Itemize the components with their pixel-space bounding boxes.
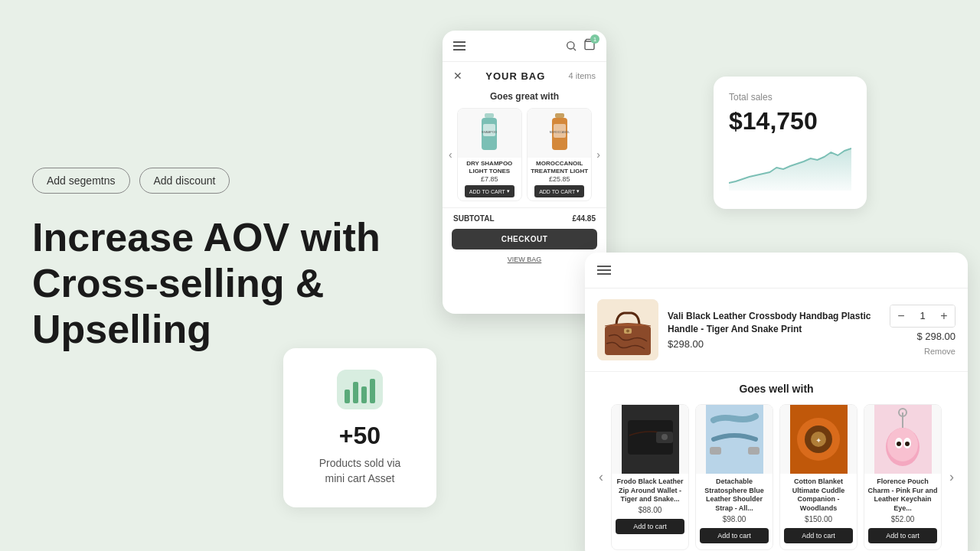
add-to-cart-button-2[interactable]: ADD TO CART ▾ <box>534 185 584 197</box>
svg-text:✦: ✦ <box>815 436 822 445</box>
bag-header: ✕ YOUR BAG 4 items <box>443 62 606 86</box>
cart-product-row: Vali Black Leather Crossbody Handbag Pla… <box>585 289 968 372</box>
bag-title: YOUR BAG <box>485 70 545 82</box>
svg-rect-20 <box>710 447 721 455</box>
cart-product-actions: − 1 + $ 298.00 Remove <box>890 305 956 356</box>
svg-point-29 <box>887 428 918 461</box>
product-price-1: £7.85 <box>458 175 521 185</box>
product-price-2: £25.85 <box>528 175 591 185</box>
wallet-icon <box>622 405 679 474</box>
svg-point-33 <box>905 442 910 446</box>
svg-rect-21 <box>748 447 760 455</box>
quantity-control: − 1 + <box>890 305 956 328</box>
add-discount-button[interactable]: Add discount <box>139 168 230 194</box>
subtotal-row: SUBTOTAL £44.85 <box>443 207 606 226</box>
well-product-cards: Frodo Black Leather Zip Around Wallet - … <box>611 404 942 550</box>
goes-well-section: Goes well with ‹ Frodo Black Le <box>585 372 968 551</box>
well-card-price-2: $98.00 <box>696 515 773 525</box>
well-add-button-3[interactable]: Add to cart <box>784 528 853 543</box>
well-card-4: Florence Pouch Charm - Pink Fur and Leat… <box>864 404 942 550</box>
bar1 <box>345 390 350 403</box>
cart-product-info: Vali Black Leather Crossbody Handbag Pla… <box>668 310 880 350</box>
subtotal-label: SUBTOTAL <box>453 214 495 223</box>
headline: Increase AOV with Cross-selling & Upsell… <box>32 215 430 352</box>
prev-arrow-button[interactable]: ‹ <box>447 148 454 161</box>
mobile-product-card-2: MOROCCANOIL MOROCCANOIL TREATMENT LIGHT … <box>527 108 592 201</box>
cart-product-listed-price: $298.00 <box>668 338 880 350</box>
well-card-1: Frodo Black Leather Zip Around Wallet - … <box>611 404 689 550</box>
search-icon <box>565 40 577 52</box>
products-slider: ‹ SHAMPOO DRY SHAMPOO LIGHT TONES £7.85 … <box>443 108 606 201</box>
product-name-2: MOROCCANOIL TREATMENT LIGHT <box>528 158 591 175</box>
close-icon[interactable]: ✕ <box>453 70 462 82</box>
svg-line-1 <box>573 48 576 51</box>
bar2 <box>353 382 358 403</box>
well-card-image-1 <box>612 405 688 474</box>
well-products-slider: ‹ Frodo Black Leather Zip Around Wallet … <box>597 404 956 550</box>
strap-icon <box>706 405 763 474</box>
checkout-button[interactable]: CHECKOUT <box>452 229 597 249</box>
add-to-cart-button-1[interactable]: ADD TO CART ▾ <box>465 185 514 197</box>
desktop-hamburger-icon <box>597 263 611 277</box>
svg-point-0 <box>567 42 574 49</box>
bottle-teal-icon: SHAMPOO <box>479 113 500 153</box>
svg-rect-7 <box>555 113 564 118</box>
chart-icon <box>337 370 383 409</box>
well-card-image-2 <box>696 405 773 474</box>
stat-number: +50 <box>299 422 421 450</box>
svg-rect-3 <box>485 113 494 118</box>
well-card-2: Detachable Stratosphere Blue Leather Sho… <box>695 404 773 550</box>
well-add-button-2[interactable]: Add to cart <box>700 528 769 543</box>
mobile-product-card-1: SHAMPOO DRY SHAMPOO LIGHT TONES £7.85 AD… <box>457 108 522 201</box>
handbag-illustration <box>597 299 658 360</box>
product-image-2: MOROCCANOIL <box>528 109 591 158</box>
bag-items-count: 4 items <box>569 71 596 80</box>
stat-description: Products sold viamini cart Asset <box>299 456 421 486</box>
well-add-button-4[interactable]: Add to cart <box>868 528 937 543</box>
decrease-quantity-button[interactable]: − <box>890 305 912 327</box>
well-add-button-1[interactable]: Add to cart <box>616 519 684 534</box>
well-card-price-3: $150.00 <box>780 515 857 525</box>
svg-point-14 <box>626 330 629 333</box>
product-name-1: DRY SHAMPOO LIGHT TONES <box>458 158 521 175</box>
well-card-price-1: $88.00 <box>612 506 688 516</box>
add-segments-button[interactable]: Add segemtns <box>32 168 130 194</box>
well-prev-arrow-button[interactable]: ‹ <box>597 469 605 485</box>
well-card-name-2: Detachable Stratosphere Blue Leather Sho… <box>696 474 773 515</box>
well-card-image-4 <box>864 405 941 474</box>
product-image-1: SHAMPOO <box>458 109 521 158</box>
mobile-nav-left <box>453 39 466 53</box>
sales-card: Total sales $14,750 <box>714 77 867 209</box>
total-sales-label: Total sales <box>729 92 851 103</box>
svg-text:SHAMPOO: SHAMPOO <box>482 130 497 134</box>
well-card-price-4: $52.00 <box>864 515 941 525</box>
bar3 <box>361 386 367 403</box>
subtotal-value: £44.85 <box>572 214 596 223</box>
remove-product-link[interactable]: Remove <box>924 347 956 356</box>
svg-point-32 <box>897 442 901 446</box>
hamburger-icon <box>453 39 466 53</box>
mobile-nav-right: 1 <box>565 38 596 54</box>
quantity-value: 1 <box>912 310 933 321</box>
cart-product-image <box>597 299 658 360</box>
cart-icon-wrapper: 1 <box>583 38 596 54</box>
well-card-name-1: Frodo Black Leather Zip Around Wallet - … <box>612 474 688 506</box>
cart-line-total: $ 298.00 <box>910 331 956 342</box>
mobile-cart-mockup: 1 ✕ YOUR BAG 4 items Goes great with ‹ S… <box>443 31 606 314</box>
well-card-image-3: ✦ <box>780 405 857 474</box>
goes-well-title: Goes well with <box>597 383 956 395</box>
blanket-icon: ✦ <box>790 405 848 474</box>
pouch-charm-icon <box>874 405 932 474</box>
bar4 <box>370 379 375 403</box>
increase-quantity-button[interactable]: + <box>933 305 955 327</box>
next-arrow-button[interactable]: › <box>595 148 602 161</box>
mobile-nav-bar: 1 <box>443 31 606 62</box>
sparkline-chart <box>729 145 851 191</box>
well-next-arrow-button[interactable]: › <box>948 469 956 485</box>
bottle-orange-icon: MOROCCANOIL <box>549 113 570 153</box>
view-bag-link[interactable]: VIEW BAG <box>443 253 606 266</box>
well-card-name-3: Cotton Blanket Ultimate Cuddle Companion… <box>780 474 857 515</box>
well-card-name-4: Florence Pouch Charm - Pink Fur and Leat… <box>864 474 941 515</box>
stat-card: +50 Products sold viamini cart Asset <box>283 348 436 507</box>
product-cards: SHAMPOO DRY SHAMPOO LIGHT TONES £7.85 AD… <box>457 108 593 201</box>
